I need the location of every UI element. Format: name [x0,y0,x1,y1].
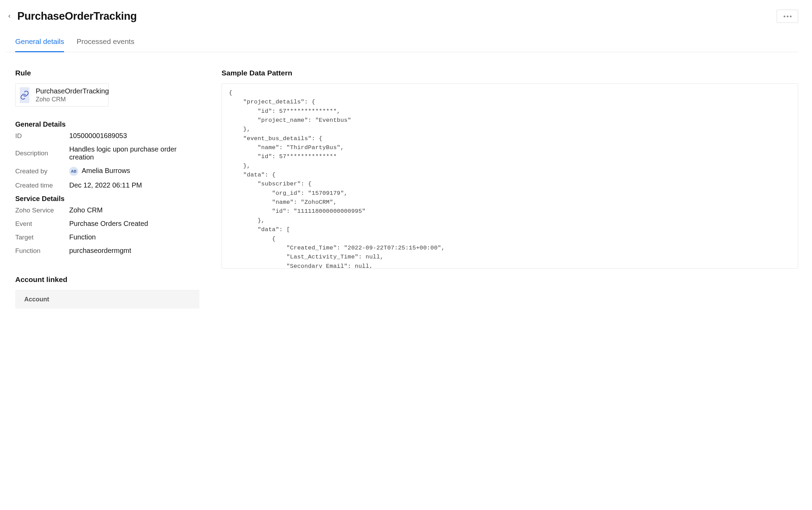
content-area: Rule PurchaseOrderTracking Zoho CRM Gene… [6,52,798,309]
description-value: Handles logic upon purchase order creati… [69,145,202,161]
account-col-header: Account [24,296,49,303]
right-column: Sample Data Pattern { "project_details":… [222,69,798,309]
more-actions-button[interactable] [777,10,798,23]
rule-name: PurchaseOrderTracking [36,87,109,95]
back-button[interactable] [6,13,12,19]
account-linked-heading: Account linked [15,275,202,284]
sample-data-heading: Sample Data Pattern [222,69,798,77]
id-label: ID [15,132,69,140]
service-details-heading: Service Details [15,195,202,203]
left-column: Rule PurchaseOrderTracking Zoho CRM Gene… [15,69,202,309]
avatar: AB [69,167,78,176]
tabs-bar: General details Processed events [6,37,798,52]
page-title: PurchaseOrderTracking [17,10,137,22]
row-created-by: Created by ABAmelia Burrows [15,167,202,176]
page-header: PurchaseOrderTracking [6,6,798,30]
row-function: Function purchaseordermgmt [15,247,202,255]
zoho-service-value: Zoho CRM [69,206,103,214]
sample-data-code[interactable]: { "project_details": { "id": 57*********… [222,83,798,268]
rule-heading: Rule [15,69,202,77]
description-label: Description [15,149,69,157]
general-details-heading: General Details [15,120,202,128]
row-description: Description Handles logic upon purchase … [15,145,202,161]
createdtime-label: Created time [15,182,69,189]
createdby-name: Amelia Burrows [82,167,130,174]
row-id: ID 105000001689053 [15,132,202,140]
chevron-left-icon [7,14,12,19]
zoho-service-label: Zoho Service [15,207,69,214]
target-value: Function [69,233,96,241]
rule-subtitle: Zoho CRM [36,96,109,103]
target-label: Target [15,234,69,241]
createdby-value: ABAmelia Burrows [69,167,130,176]
tab-general-details[interactable]: General details [15,37,64,52]
event-value: Purchase Orders Created [69,220,148,228]
row-target: Target Function [15,233,202,241]
rule-card[interactable]: PurchaseOrderTracking Zoho CRM [15,83,109,107]
createdby-label: Created by [15,167,69,175]
account-linked-section: Account linked Account [15,275,202,309]
dot-icon [784,16,785,17]
function-label: Function [15,247,69,255]
row-created-time: Created time Dec 12, 2022 06:11 PM [15,181,202,189]
rule-text: PurchaseOrderTracking Zoho CRM [36,87,109,103]
createdtime-value: Dec 12, 2022 06:11 PM [69,181,142,189]
dot-icon [790,16,792,17]
row-zoho-service: Zoho Service Zoho CRM [15,206,202,214]
dot-icon [787,16,788,17]
function-value: purchaseordermgmt [69,247,131,255]
header-left: PurchaseOrderTracking [6,10,137,22]
tab-processed-events[interactable]: Processed events [76,37,134,52]
id-value: 105000001689053 [69,132,127,140]
account-table-header: Account [15,290,199,309]
event-label: Event [15,220,69,228]
link-icon [20,87,29,103]
row-event: Event Purchase Orders Created [15,220,202,228]
